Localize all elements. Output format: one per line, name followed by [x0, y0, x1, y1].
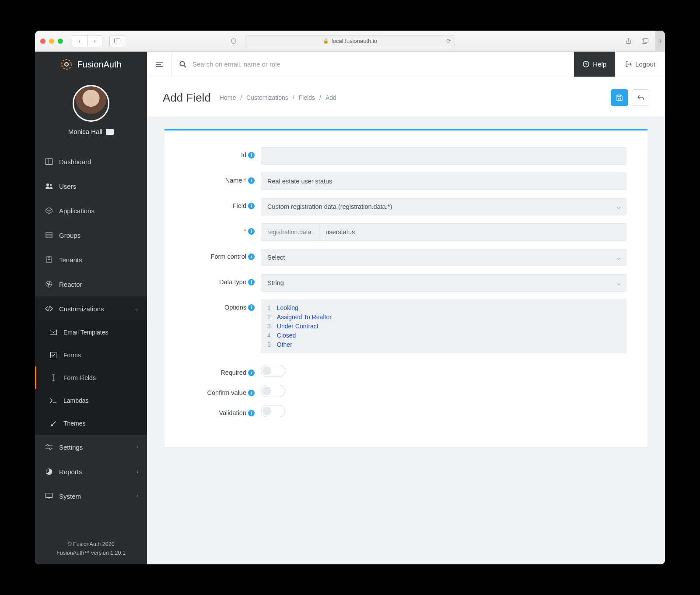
- dashboard-icon: [45, 158, 53, 165]
- id-input[interactable]: [261, 147, 626, 165]
- chevron-down-icon: ⌵: [135, 306, 138, 312]
- window-close[interactable]: [40, 39, 46, 44]
- sidebar-item-groups[interactable]: Groups: [35, 223, 147, 247]
- info-icon[interactable]: i: [248, 279, 255, 285]
- key-prefix: registration.data.: [261, 223, 319, 241]
- name-input[interactable]: [261, 173, 626, 190]
- confirm-toggle[interactable]: [261, 385, 285, 397]
- validation-toggle[interactable]: [261, 405, 285, 417]
- svg-text:?: ?: [585, 62, 587, 67]
- forward-button[interactable]: ›: [87, 35, 102, 47]
- option-line: Assigned To Realtor: [277, 313, 332, 322]
- monitor-icon: [45, 492, 53, 500]
- sidebar-item-system[interactable]: System ‹: [35, 484, 147, 508]
- sidebar-item-forms[interactable]: Forms: [35, 344, 147, 366]
- logo-icon: [60, 58, 73, 70]
- crumb-customizations[interactable]: Customizations: [246, 94, 288, 101]
- options-editor[interactable]: 12345 Looking Assigned To Realtor Under …: [261, 299, 626, 353]
- crumb-home[interactable]: Home: [220, 94, 236, 101]
- svg-rect-18: [49, 259, 50, 260]
- svg-point-6: [65, 63, 68, 66]
- customizations-submenu: Email Templates Forms Form Fields Lambda…: [35, 321, 147, 435]
- crumb-add: Add: [326, 94, 336, 101]
- new-tab-button[interactable]: +: [655, 31, 665, 52]
- svg-point-10: [50, 184, 52, 186]
- url-text: local.fusionauth.io: [332, 38, 377, 44]
- help-icon: ?: [583, 61, 589, 67]
- sidebar-item-tenants[interactable]: Tenants: [35, 247, 147, 272]
- help-button[interactable]: ? Help: [574, 52, 615, 77]
- info-icon[interactable]: i: [248, 253, 255, 260]
- brand[interactable]: FusionAuth: [35, 52, 147, 77]
- brand-text: FusionAuth: [77, 60, 121, 70]
- tabs-icon[interactable]: [639, 35, 651, 47]
- info-icon[interactable]: i: [248, 203, 255, 209]
- back-button[interactable]: [632, 89, 649, 106]
- form-card: Id i Name* i Field i Custom registration…: [164, 129, 648, 447]
- sidebar-item-settings[interactable]: Settings ‹: [35, 435, 147, 459]
- sliders-icon: [45, 443, 53, 451]
- required-toggle[interactable]: [261, 365, 285, 377]
- svg-point-24: [47, 444, 49, 446]
- avatar[interactable]: [73, 85, 109, 122]
- sidebar-item-reactor[interactable]: Reactor: [35, 272, 147, 296]
- address-bar[interactable]: 🔒 local.fusionauth.io ⟳: [245, 35, 455, 47]
- form-control-select[interactable]: Select: [261, 249, 626, 266]
- svg-rect-15: [48, 257, 49, 258]
- chevron-left-icon: ‹: [136, 493, 138, 499]
- sidebar-item-themes[interactable]: Themes: [35, 412, 147, 435]
- svg-rect-14: [47, 257, 51, 263]
- sidebar-item-applications[interactable]: Applications: [35, 198, 147, 223]
- content: Id i Name* i Field i Custom registration…: [147, 116, 665, 564]
- menu-toggle[interactable]: [147, 52, 172, 77]
- info-icon[interactable]: i: [248, 410, 255, 416]
- info-icon[interactable]: i: [248, 177, 255, 184]
- envelope-icon: [49, 328, 57, 336]
- sidebar-item-reports[interactable]: Reports ‹: [35, 459, 147, 484]
- field-select[interactable]: Custom registration data (registration.d…: [261, 198, 626, 215]
- info-icon[interactable]: i: [248, 228, 255, 235]
- check-square-icon: [49, 351, 57, 359]
- nav: Dashboard Users Applications Groups Tena…: [35, 145, 147, 535]
- info-icon[interactable]: i: [248, 370, 255, 376]
- search-input[interactable]: [192, 60, 566, 68]
- info-icon[interactable]: i: [248, 152, 255, 158]
- key-input[interactable]: [319, 223, 626, 241]
- terminal-icon: [49, 397, 57, 405]
- info-icon[interactable]: i: [248, 304, 255, 311]
- sidebar-item-dashboard[interactable]: Dashboard: [35, 149, 147, 174]
- info-icon[interactable]: i: [248, 390, 255, 396]
- back-button[interactable]: ‹: [72, 35, 87, 47]
- option-line: Looking: [277, 303, 332, 313]
- crumb-fields[interactable]: Fields: [299, 94, 315, 101]
- svg-rect-22: [51, 352, 56, 358]
- groups-icon: [45, 231, 53, 239]
- reactor-icon: [45, 280, 53, 288]
- cursor-icon: [49, 374, 57, 382]
- svg-point-33: [180, 61, 185, 66]
- data-type-select[interactable]: String: [261, 274, 626, 292]
- page-header: Add Field Home/ Customizations/ Fields/ …: [147, 77, 665, 116]
- window-minimize[interactable]: [49, 39, 54, 44]
- sidebar-item-users[interactable]: Users: [35, 174, 147, 198]
- pie-icon: [45, 468, 53, 475]
- chevron-left-icon: ‹: [136, 468, 138, 475]
- sidebar-item-email-templates[interactable]: Email Templates: [35, 321, 147, 344]
- share-icon[interactable]: [622, 35, 634, 47]
- svg-rect-7: [46, 159, 52, 165]
- svg-rect-17: [48, 259, 49, 260]
- logout-button[interactable]: Logout: [615, 52, 665, 77]
- sidebar-toggle-browser[interactable]: [110, 35, 125, 47]
- sidebar-item-form-fields[interactable]: Form Fields: [35, 366, 147, 389]
- option-line: Under Contract: [277, 322, 332, 331]
- lock-icon: 🔒: [323, 38, 329, 44]
- sidebar-item-customizations[interactable]: Customizations ⌵: [35, 296, 147, 321]
- save-button[interactable]: [611, 89, 628, 106]
- breadcrumb: Home/ Customizations/ Fields/ Add: [220, 94, 336, 101]
- shield-icon[interactable]: [228, 35, 240, 47]
- svg-rect-27: [46, 493, 52, 498]
- sidebar-item-lambdas[interactable]: Lambdas: [35, 389, 147, 412]
- window-zoom[interactable]: [58, 39, 63, 44]
- reload-icon[interactable]: ⟳: [446, 38, 451, 44]
- search-icon: [179, 61, 186, 68]
